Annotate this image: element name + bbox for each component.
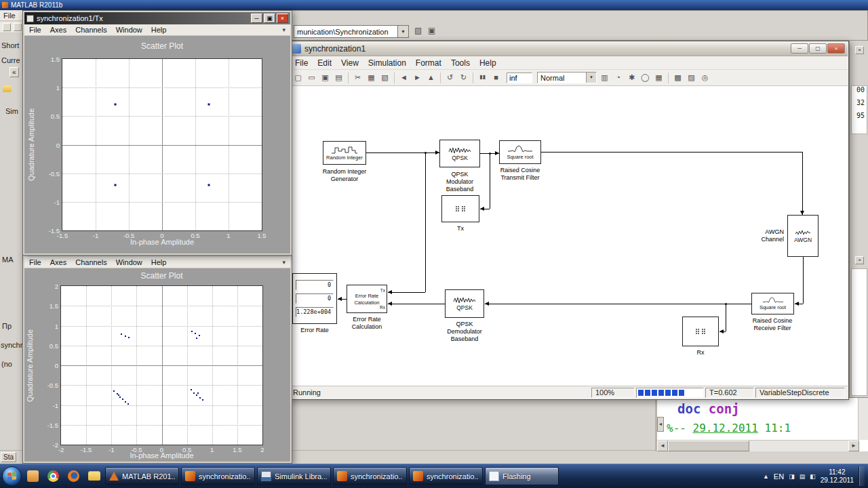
taskbar-button-scope-2[interactable]: synchronizatio... [333, 467, 407, 485]
folder-icon[interactable] [3, 85, 12, 92]
block-qpsk-demodulator[interactable]: QPSK [445, 289, 484, 318]
block-label[interactable]: QPSK Demodulator Baseband [425, 321, 505, 343]
update-diagram-icon[interactable]: ◔ [612, 72, 624, 83]
settings-icon[interactable]: ✱ [626, 72, 637, 83]
copy-icon[interactable]: ▦ [366, 72, 377, 83]
undo-icon[interactable]: ↺ [444, 72, 456, 83]
block-random-integer-generator[interactable]: Random Integer [323, 141, 366, 165]
open-model-icon[interactable]: ▭ [306, 72, 317, 83]
library-browser-icon[interactable]: ▥ [599, 72, 610, 83]
show-hidden-icons[interactable]: ▲ [763, 473, 769, 480]
clock[interactable]: 11:42 29.12.2011 [821, 468, 854, 485]
pause-simulation-icon[interactable]: ▮▮ [477, 72, 488, 83]
maximize-button[interactable]: ▢ [809, 43, 827, 54]
toolbar-icon[interactable] [14, 23, 22, 31]
taskbar-button-scope-3[interactable]: synchronizatio... [409, 467, 483, 485]
block-srrc-transmit-filter[interactable]: Square root [499, 140, 541, 164]
menu-tools[interactable]: Tools [451, 58, 470, 68]
block-rx-scope[interactable] [682, 317, 719, 346]
matlab-start-button[interactable]: Sta [1, 452, 16, 462]
block-label[interactable]: AWGN Channel [734, 228, 784, 243]
report-icon[interactable]: ▩ [672, 72, 684, 83]
block-qpsk-modulator[interactable]: QPSK [439, 140, 480, 167]
menu-edit[interactable]: Edit [317, 58, 332, 68]
matlab-menu-file[interactable]: File [3, 12, 16, 20]
titlebar[interactable]: synchronization1 ─ ▢ × [289, 41, 848, 56]
up-icon[interactable]: ▲ [425, 72, 437, 83]
block-error-rate-display[interactable]: 0 0 1.228e+004 [292, 273, 337, 324]
taskbar-button-library[interactable]: Simulink Libra... [257, 467, 331, 485]
minimize-button[interactable]: ─ [251, 14, 262, 23]
menu-channels[interactable]: Channels [75, 258, 106, 266]
taskbar-button-flashing[interactable]: Flashing [485, 467, 559, 485]
block-label[interactable]: Rx [682, 349, 719, 357]
scrollbar-thumb[interactable] [668, 441, 749, 451]
menu-channels[interactable]: Channels [75, 26, 106, 34]
menu-file[interactable]: File [295, 58, 308, 68]
close-button[interactable]: × [277, 14, 288, 23]
menu-window[interactable]: Window [116, 258, 142, 266]
block-awgn-channel[interactable]: AWGN [787, 215, 818, 257]
menu-axes[interactable]: Axes [50, 258, 66, 266]
block-label[interactable]: Error Rate Calculation [336, 316, 397, 331]
explorer-launcher[interactable] [85, 467, 103, 485]
show-desktop-button[interactable] [859, 466, 865, 486]
stop-simulation-icon[interactable]: ■ [490, 72, 502, 83]
simulation-mode-dropdown[interactable]: Normal ▼ [537, 72, 597, 83]
block-label[interactable]: Tx [441, 225, 479, 232]
close-button[interactable]: × [827, 43, 845, 54]
paste-icon[interactable]: ▧ [379, 72, 391, 83]
model-canvas[interactable]: Random Integer Random Integer Generator … [289, 86, 848, 386]
menu-format[interactable]: Format [416, 58, 441, 68]
model-explorer-icon[interactable]: ▦ [653, 72, 665, 83]
dropdown-arrow-icon[interactable]: ▼ [397, 26, 408, 37]
splitter-arrow-icon[interactable]: ◄ [657, 417, 664, 432]
menu-axes[interactable]: Axes [50, 26, 66, 34]
menu-file[interactable]: File [29, 258, 41, 266]
sim-stop-time-input[interactable] [507, 73, 532, 83]
menu-window[interactable]: Window [116, 26, 142, 34]
minimize-button[interactable]: ─ [791, 43, 808, 54]
block-label[interactable]: Raised Cosine Transmit Filter [479, 167, 561, 182]
taskbar-button-matlab[interactable]: MATLAB R201... [105, 467, 179, 485]
block-label[interactable]: Raised Cosine Receive Filter [732, 317, 813, 332]
menu-file[interactable]: File [29, 26, 41, 34]
scroll-right-icon[interactable]: ► [848, 441, 859, 451]
rx-scope-window[interactable]: File Axes Channels Window Help ▾ Scatter… [22, 255, 292, 464]
taskbar-button-scope-1[interactable]: synchronizatio... [181, 467, 255, 485]
firefox-launcher[interactable] [64, 467, 83, 485]
matlab-titlebar[interactable]: MATLAB R2011b [0, 0, 868, 10]
tray-icon-3[interactable]: ◧ [810, 473, 816, 480]
block-error-rate-calculation[interactable]: Error Rate Calculation Tx Rx [347, 285, 387, 313]
menu-help[interactable]: Help [151, 258, 167, 266]
chevron-down-icon[interactable]: ▾ [282, 259, 285, 266]
back-icon[interactable]: ◄ [398, 72, 410, 83]
save-model-icon[interactable]: ▣ [319, 72, 331, 83]
vertical-scrollbar[interactable] [858, 398, 868, 440]
menu-help[interactable]: Help [479, 58, 496, 68]
paste-icon[interactable]: ▧ [414, 26, 422, 35]
debug-icon[interactable]: ◎ [699, 72, 711, 83]
model-workspace-icon[interactable]: ◯ [639, 72, 651, 83]
close-icon[interactable]: × [855, 256, 864, 264]
open-system-icon[interactable]: ▣ [428, 26, 435, 35]
snapshot-icon[interactable]: ▨ [686, 72, 697, 83]
menu-simulation[interactable]: Simulation [368, 58, 406, 68]
block-tx-scope[interactable] [441, 195, 479, 222]
close-icon[interactable]: × [855, 46, 864, 54]
simulink-model-window[interactable]: synchronization1 ─ ▢ × File Edit View Si… [288, 41, 849, 400]
language-indicator[interactable]: EN [774, 472, 784, 481]
collapse-panel-button[interactable]: « [9, 67, 19, 77]
chrome-launcher[interactable] [44, 467, 62, 485]
toolbar-icon[interactable] [3, 23, 11, 31]
tray-icon-2[interactable]: ▤ [800, 473, 806, 480]
block-label[interactable]: Error Rate [292, 327, 337, 334]
forward-icon[interactable]: ► [412, 72, 423, 83]
restore-button[interactable]: ▣ [264, 14, 275, 23]
menu-view[interactable]: View [341, 58, 359, 68]
address-combobox[interactable]: munication\Synchronization ▼ [294, 25, 409, 38]
tray-icon-1[interactable]: ◨ [789, 473, 795, 480]
scroll-left-icon[interactable]: ◄ [657, 441, 668, 451]
command-window[interactable]: ◄ doc conj %-- 29.12.2011 11:1 ◄ ► [655, 397, 868, 451]
block-label[interactable]: Random Integer Generator [301, 168, 388, 183]
